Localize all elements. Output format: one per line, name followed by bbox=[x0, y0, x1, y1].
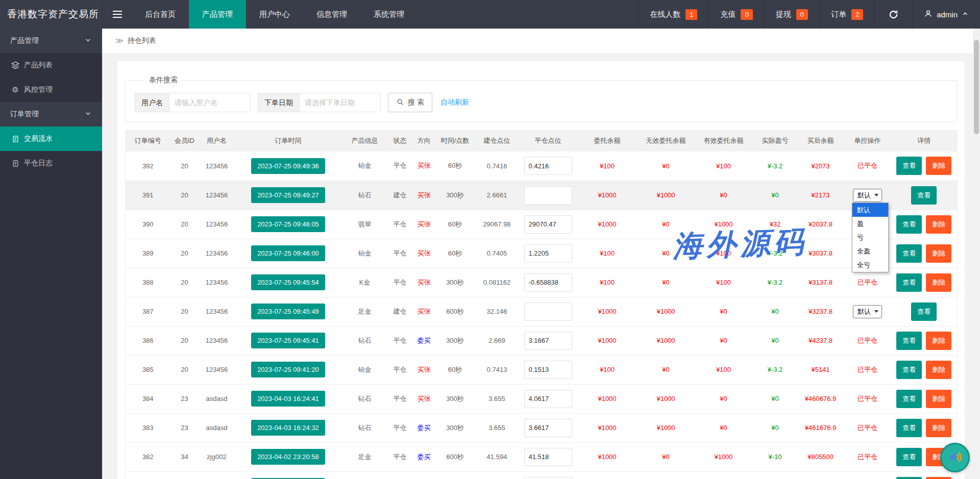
column-header: 订单编号 bbox=[126, 130, 170, 152]
nav-item-info[interactable]: 信息管理 bbox=[303, 0, 360, 29]
invalid-entrust-amount: ¥1000 bbox=[638, 326, 694, 355]
delete-button[interactable]: 删除 bbox=[926, 361, 951, 379]
close-point-input[interactable] bbox=[524, 157, 572, 175]
sidebar-item-risk-control[interactable]: ⚙ 风控管理 bbox=[0, 78, 102, 102]
time-points: 300秒 bbox=[436, 326, 475, 355]
post-buy-balance: ¥2073 bbox=[797, 152, 844, 181]
nav-item-users[interactable]: 用户中心 bbox=[246, 0, 303, 29]
sidebar-item-trade-flow[interactable]: 交易流水 bbox=[0, 127, 102, 151]
close-point-input[interactable] bbox=[524, 390, 572, 408]
view-button[interactable]: 查看 bbox=[896, 332, 922, 350]
order-time: 2023-07-25 09:49:36 bbox=[235, 152, 342, 181]
search-legend: 条件搜索 bbox=[144, 75, 183, 85]
stat-orders[interactable]: 订单 2 bbox=[819, 0, 874, 29]
delete-button[interactable]: 删除 bbox=[926, 390, 951, 408]
delete-button[interactable]: 删除 bbox=[926, 215, 951, 234]
view-button[interactable]: 查看 bbox=[896, 419, 922, 437]
member-id: 23 bbox=[170, 413, 199, 442]
delete-button[interactable]: 删除 bbox=[926, 157, 951, 175]
delete-button[interactable]: 删除 bbox=[926, 273, 951, 292]
dropdown-option[interactable]: 全盈 bbox=[852, 244, 888, 258]
table-row: 388201234562023-07-25 09:45:54K金平仓买张300秒… bbox=[126, 268, 958, 297]
sidebar-group-products[interactable]: 产品管理 bbox=[0, 29, 102, 53]
order-id: 385 bbox=[126, 355, 170, 384]
search-button[interactable]: 搜 索 bbox=[388, 93, 432, 112]
view-button[interactable]: 查看 bbox=[896, 157, 922, 175]
post-buy-balance: ¥461676.9 bbox=[797, 413, 844, 442]
close-point-input[interactable] bbox=[524, 186, 572, 205]
user-menu[interactable]: admin bbox=[912, 0, 980, 29]
control-select[interactable]: 默认 bbox=[853, 189, 882, 202]
status: 平仓 bbox=[388, 152, 412, 181]
sidebar-item-close-log[interactable]: 平仓日志 bbox=[0, 151, 102, 175]
view-button[interactable]: 查看 bbox=[896, 215, 922, 234]
view-button[interactable]: 查看 bbox=[896, 448, 922, 466]
close-point-input[interactable] bbox=[524, 419, 572, 437]
open-point: 2.669 bbox=[475, 326, 520, 355]
username: 123456 bbox=[199, 268, 235, 297]
post-buy-balance: ¥460676.9 bbox=[797, 384, 844, 413]
close-point-input[interactable] bbox=[524, 273, 572, 292]
post-buy-balance: ¥5141 bbox=[797, 355, 844, 384]
view-button[interactable]: 查看 bbox=[896, 244, 922, 263]
hamburger-menu-icon[interactable] bbox=[102, 0, 132, 29]
order-time-button: 2023-07-25 09:49:36 bbox=[251, 158, 325, 174]
order-time: 2023-07-25 09:49:27 bbox=[235, 181, 342, 210]
view-button[interactable]: 查看 bbox=[911, 302, 937, 321]
view-button[interactable]: 查看 bbox=[896, 390, 922, 408]
valid-entrust-amount: ¥0 bbox=[694, 384, 753, 413]
auto-refresh-link[interactable]: 自动刷新 bbox=[440, 98, 469, 107]
actual-profit: ¥0 bbox=[753, 181, 797, 210]
close-point-input[interactable] bbox=[524, 215, 572, 234]
view-button[interactable]: 查看 bbox=[896, 273, 922, 292]
dropdown-option[interactable]: 盈 bbox=[852, 217, 888, 231]
valid-entrust-amount: ¥0 bbox=[694, 297, 753, 326]
delete-button[interactable]: 删除 bbox=[926, 419, 951, 437]
close-point-input[interactable] bbox=[524, 244, 572, 263]
control-select[interactable]: 默认 bbox=[853, 305, 882, 318]
invalid-entrust-amount: ¥0 bbox=[638, 210, 694, 239]
close-point-input[interactable] bbox=[524, 448, 572, 466]
nav-item-products[interactable]: 产品管理 bbox=[189, 0, 246, 29]
search-fieldset: 条件搜索 用户名 下单日期 搜 索 自动刷新 bbox=[125, 75, 957, 122]
delete-button[interactable]: 删除 bbox=[926, 332, 951, 350]
order-id: 381 bbox=[126, 471, 170, 479]
dropdown-option[interactable]: 默认 bbox=[852, 203, 888, 217]
invalid-entrust-amount: ¥0 bbox=[638, 471, 694, 479]
close-point-input[interactable] bbox=[524, 302, 572, 321]
order-time: 2023-07-25 09:46:05 bbox=[235, 210, 342, 239]
valid-entrust-amount: ¥100 bbox=[694, 239, 753, 268]
table-row: 38134zjg0022023-04-02 23:20:55足金平仓委买600秒… bbox=[126, 471, 958, 479]
column-header: 实际盈亏 bbox=[753, 130, 797, 152]
view-button[interactable]: 查看 bbox=[896, 477, 922, 479]
valid-entrust-amount: ¥1000 bbox=[694, 210, 753, 239]
close-point-input[interactable] bbox=[524, 477, 572, 479]
view-button[interactable]: 查看 bbox=[896, 361, 922, 379]
nav-item-system[interactable]: 系统管理 bbox=[360, 0, 418, 29]
dropdown-option[interactable]: 亏 bbox=[852, 231, 888, 244]
direction: 委买 bbox=[412, 413, 436, 442]
member-id: 20 bbox=[170, 326, 199, 355]
stat-withdraw[interactable]: 提现 0 bbox=[764, 0, 819, 29]
close-point-input[interactable] bbox=[524, 332, 572, 350]
nav-item-home[interactable]: 后台首页 bbox=[132, 0, 189, 29]
view-button[interactable]: 查看 bbox=[911, 186, 937, 205]
stat-online[interactable]: 在线人数 1 bbox=[638, 0, 708, 29]
stat-deposit[interactable]: 充值 0 bbox=[708, 0, 764, 29]
close-point-input[interactable] bbox=[524, 361, 572, 379]
sidebar-item-product-list[interactable]: 产品列表 bbox=[0, 53, 102, 78]
refresh-icon[interactable] bbox=[874, 0, 912, 29]
single-control: 已平仓 bbox=[844, 268, 891, 297]
scrollbar-thumb[interactable] bbox=[974, 40, 979, 134]
member-id: 20 bbox=[170, 181, 199, 210]
order-date-input[interactable] bbox=[299, 93, 381, 112]
delete-button[interactable]: 删除 bbox=[926, 244, 951, 263]
delete-button[interactable]: 删除 bbox=[926, 477, 951, 479]
sidebar-group-orders[interactable]: 订单管理 bbox=[0, 102, 102, 127]
direction: 委买 bbox=[412, 326, 436, 355]
username-input[interactable] bbox=[169, 93, 251, 112]
vertical-scrollbar[interactable] bbox=[973, 29, 980, 479]
dropdown-option[interactable]: 全亏 bbox=[852, 258, 888, 272]
sound-toggle-button[interactable] bbox=[940, 443, 970, 472]
caret-down-icon bbox=[874, 194, 878, 196]
